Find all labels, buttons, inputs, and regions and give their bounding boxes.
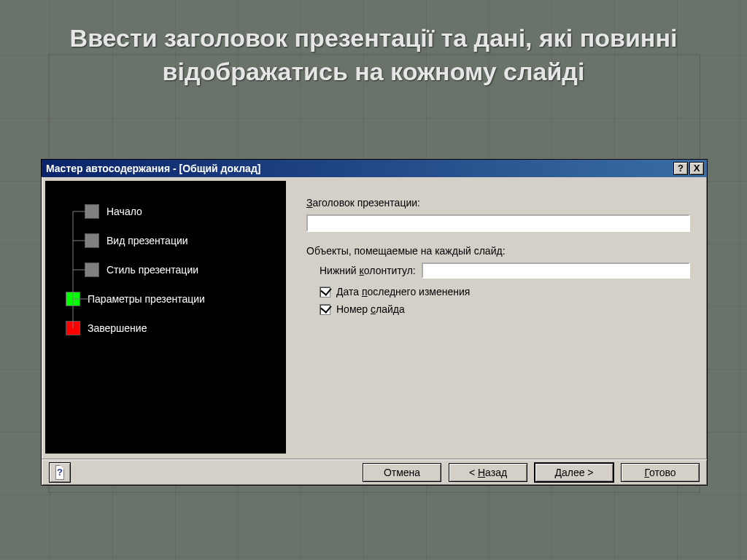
slidenum-label-accel: с [371,303,376,315]
footer-label-rest: олонтитул: [364,265,416,276]
titlebar[interactable]: Мастер автосодержания - [Общий доклад] ?… [42,160,707,177]
back-accel: Н [478,467,485,478]
objects-label: Объекты, помещаемые на каждый слайд: [306,245,690,257]
back-rest: азад [485,467,507,478]
date-checkbox-row[interactable]: Дата последнего изменения [320,286,690,298]
date-label-pre: Дата [336,286,362,298]
wizard-nav-panel: Начало Вид презентации Стиль презентации… [45,181,286,454]
finish-button[interactable]: Готово [621,463,700,482]
help-page-icon [55,465,64,480]
dialog-title: Мастер автосодержания - [Общий доклад] [46,163,672,174]
date-label-rest: оследнего изменения [367,286,470,298]
footer-input[interactable] [422,262,690,279]
slidenum-checkbox-row[interactable]: Номер слайда [320,303,690,315]
back-prefix: < [469,467,478,478]
wizard-dialog: Мастер автосодержания - [Общий доклад] ?… [41,159,708,486]
wizard-form-panel: Заголовок презентации: Объекты, помещаем… [286,181,703,454]
slidenum-label-pre: Номер [336,303,371,315]
dialog-body: Начало Вид презентации Стиль презентации… [42,177,707,457]
next-accel: Д [554,467,561,478]
help-button[interactable] [49,462,71,483]
title-label-text: аголовок презентации: [312,197,419,209]
slidenum-checkbox-label: Номер слайда [336,303,405,315]
next-rest: алее > [562,467,594,478]
cancel-button[interactable]: Отмена [363,463,441,482]
back-button[interactable]: < Назад [449,463,527,482]
title-label: Заголовок презентации: [306,197,690,209]
slidenum-label-rest: лайда [376,303,405,315]
presentation-title-input[interactable] [306,214,690,232]
footer-row: Нижний колонтитул: [320,262,690,279]
slidenum-checkbox[interactable] [320,304,330,315]
date-checkbox-label: Дата последнего изменения [336,286,470,298]
next-button[interactable]: Далее > [535,463,614,482]
nav-connector-lines [66,198,146,417]
footer-label: Нижний колонтитул: [320,265,416,276]
titlebar-close-button[interactable]: X [689,162,704,175]
footer-label-pre: Нижний [320,265,360,276]
titlebar-help-button[interactable]: ? [673,162,688,175]
finish-rest: отово [649,467,676,478]
button-bar: Отмена < Назад Далее > Готово [42,459,707,485]
slide-title: Ввести заголовок презентації та дані, як… [0,22,747,89]
date-checkbox[interactable] [320,287,330,298]
